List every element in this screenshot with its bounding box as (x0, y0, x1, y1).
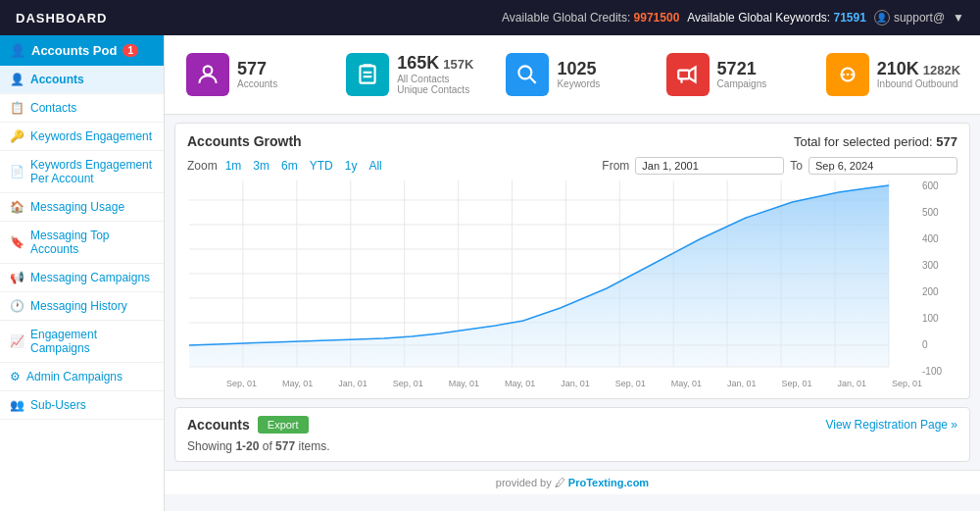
accounts-icon: 👤 (10, 73, 24, 86)
keywords-icon: 🔑 (10, 129, 24, 143)
campaigns-label: Campaigns (717, 78, 767, 89)
chart-section: Accounts Growth Total for selected perio… (174, 123, 970, 399)
from-date-input[interactable] (635, 157, 784, 175)
credits-value: 9971500 (634, 11, 680, 25)
sidebar-item-contacts[interactable]: 📋 Contacts (0, 94, 164, 123)
svg-point-0 (204, 66, 213, 75)
main-content: 577 Accounts 165K 157K (165, 35, 980, 511)
dashboard-title: DASHBOARD (16, 11, 108, 26)
admin-campaigns-icon: ⚙ (10, 370, 21, 383)
sub-users-icon: 👥 (10, 398, 24, 412)
accounts-label: Accounts (237, 78, 277, 89)
stat-card-contacts: 165K 157K All Contacts Unique Contacts (336, 45, 488, 104)
chart-area (189, 185, 889, 367)
app-header: DASHBOARD Available Global Credits: 9971… (0, 0, 980, 35)
zoom-3m[interactable]: 3m (249, 158, 273, 174)
chart-header: Accounts Growth Total for selected perio… (187, 133, 957, 149)
chart-container: 600 500 400 300 200 100 0 -100 (187, 180, 957, 377)
accounts-section: Accounts Export View Registration Page »… (174, 407, 970, 462)
date-range: From To (602, 157, 957, 175)
keywords-value: 71591 (834, 11, 866, 25)
svg-point-10 (847, 74, 850, 77)
stat-cards-row: 577 Accounts 165K 157K (165, 35, 980, 115)
keywords-count: 1025 (557, 60, 600, 79)
pending-badge: 1 (122, 44, 138, 57)
zoom-6m[interactable]: 6m (277, 158, 302, 174)
credits-label: Available Global Credits: 9971500 (502, 11, 679, 25)
zoom-all[interactable]: All (365, 158, 385, 174)
stat-card-campaigns: 5721 Campaigns (657, 45, 808, 104)
sidebar-item-admin-campaigns[interactable]: ⚙ Admin Campaigns (0, 363, 164, 391)
keywords-per-account-icon: 📄 (10, 165, 24, 179)
user-icon: 👤 (874, 10, 890, 26)
clipboard-icon (355, 62, 380, 87)
sidebar-item-keywords-engagement[interactable]: 🔑 Keywords Engagement (0, 123, 164, 151)
chart-total: Total for selected period: 577 (794, 134, 957, 149)
svg-point-4 (519, 66, 532, 78)
person-icon (195, 62, 220, 87)
stat-card-accounts: 577 Accounts (176, 45, 328, 104)
svg-point-11 (851, 74, 854, 77)
svg-point-9 (842, 74, 845, 77)
sidebar: 👤 Accounts Pod 1 👤 Accounts 📋 Contacts 🔑… (0, 35, 165, 511)
sidebar-section-title: 👤 Accounts Pod 1 (0, 35, 164, 66)
zoom-controls: Zoom 1m 3m 6m YTD 1y All (187, 158, 386, 174)
search-icon (514, 62, 540, 87)
zoom-ytd[interactable]: YTD (306, 158, 337, 174)
accounts-card-icon (186, 53, 229, 96)
megaphone-icon (675, 62, 701, 87)
sidebar-item-sub-users[interactable]: 👥 Sub-Users (0, 391, 164, 420)
sidebar-item-messaging-campaigns[interactable]: 📢 Messaging Campaigns (0, 264, 164, 292)
chat-icon (835, 62, 860, 87)
stat-card-keywords: 1025 Keywords (496, 45, 648, 104)
messaging-top-icon: 🔖 (10, 235, 24, 249)
campaigns-count: 5721 (717, 60, 767, 79)
messaging-campaigns-icon: 📢 (10, 271, 24, 284)
zoom-1m[interactable]: 1m (221, 158, 246, 174)
campaigns-card-icon (666, 53, 710, 96)
inbound-count: 210K (877, 60, 919, 79)
sidebar-item-engagement-campaigns[interactable]: 📈 Engagement Campaigns (0, 321, 164, 363)
sidebar-item-keywords-engagement-per-account[interactable]: 📄 Keywords Engagement Per Account (0, 151, 164, 193)
footer-brand: ProTexting.com (568, 477, 649, 488)
keywords-label: Keywords (557, 78, 600, 89)
sidebar-item-accounts[interactable]: 👤 Accounts (0, 66, 164, 94)
messages-card-icon (826, 53, 869, 96)
sidebar-item-messaging-top-accounts[interactable]: 🔖 Messaging Top Accounts (0, 222, 164, 264)
to-date-input[interactable] (808, 157, 957, 175)
accounts-count: 577 (237, 60, 277, 79)
svg-line-5 (530, 77, 536, 83)
support-link[interactable]: 👤 support@ (874, 10, 945, 26)
svg-rect-1 (361, 66, 375, 82)
messaging-history-icon: 🕐 (10, 299, 24, 313)
header-dropdown-icon[interactable]: ▼ (953, 11, 964, 25)
contacts-card-icon (346, 53, 389, 96)
sidebar-item-messaging-usage[interactable]: 🏠 Messaging Usage (0, 193, 164, 222)
engagement-campaigns-icon: 📈 (10, 334, 24, 348)
accounts-section-title: Accounts (187, 417, 250, 433)
y-axis-labels: 600 500 400 300 200 100 0 -100 (922, 180, 957, 377)
sidebar-item-messaging-history[interactable]: 🕐 Messaging History (0, 292, 164, 321)
svg-rect-6 (678, 71, 689, 79)
growth-chart (187, 180, 957, 377)
all-contacts-count: 165K (397, 54, 439, 74)
outbound-count: 1282K (923, 63, 960, 77)
zoom-1y[interactable]: 1y (341, 158, 362, 174)
keywords-label: Available Global Keywords: 71591 (687, 11, 866, 25)
chart-title: Accounts Growth (187, 133, 302, 149)
x-axis-labels: Sep, 01 May, 01 Jan, 01 Sep, 01 May, 01 … (187, 377, 957, 388)
accounts-section-header: Accounts Export View Registration Page » (187, 416, 957, 434)
export-button[interactable]: Export (258, 416, 309, 434)
view-registration-link[interactable]: View Registration Page » (825, 418, 957, 432)
chart-controls: Zoom 1m 3m 6m YTD 1y All From To (187, 157, 957, 175)
contacts-icon: 📋 (10, 101, 24, 115)
showing-text: Showing 1-20 of 577 items. (187, 439, 957, 453)
stat-card-messages: 210K 1282K Inbound Outbound (816, 45, 968, 104)
sidebar-icon: 👤 (10, 43, 25, 58)
header-right: Available Global Credits: 9971500 Availa… (502, 10, 964, 26)
unique-contacts-count: 157K (443, 57, 473, 72)
messaging-usage-icon: 🏠 (10, 200, 24, 214)
keywords-card-icon (506, 53, 549, 96)
footer: provided by 🖊 ProTexting.com (165, 470, 980, 494)
